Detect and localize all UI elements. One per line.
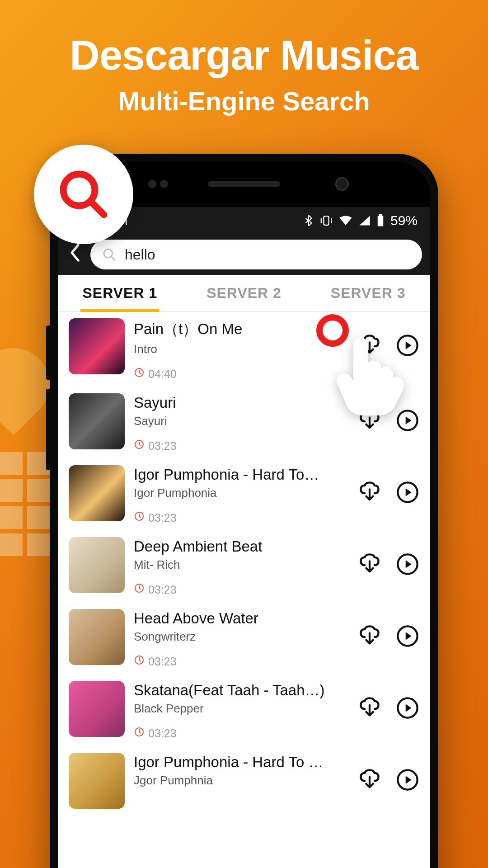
- promo-search-badge: [34, 145, 133, 244]
- song-thumbnail: [69, 465, 125, 521]
- song-artist: Jgor Pumphnia: [134, 774, 349, 788]
- vibrate-icon: [320, 215, 333, 226]
- tab-server-2[interactable]: SERVER 2: [182, 275, 306, 311]
- play-circle-icon: [396, 624, 419, 650]
- song-artist: Igor Pumphonia: [134, 486, 349, 500]
- download-button[interactable]: [358, 697, 381, 721]
- server-tabs: SERVER 1SERVER 2SERVER 3: [58, 275, 430, 312]
- volume-button: [46, 326, 50, 380]
- search-bar: hello: [58, 234, 430, 275]
- song-title: Sayuri: [134, 394, 349, 411]
- song-thumbnail: [69, 681, 125, 737]
- song-meta: Deep Ambient BeatMit- Rich03:23: [134, 537, 349, 596]
- cloud-download-icon: [358, 552, 381, 578]
- cloud-download-icon: [358, 768, 381, 793]
- song-thumbnail: [69, 318, 125, 374]
- power-button: [46, 389, 50, 470]
- song-duration: 03:23: [134, 655, 349, 668]
- song-thumbnail: [69, 753, 125, 809]
- app-screen: Project Fi 59%: [58, 207, 430, 868]
- phone-camera: [335, 177, 349, 191]
- clock-icon: [134, 439, 145, 453]
- svg-line-8: [112, 257, 115, 260]
- search-icon: [56, 167, 111, 222]
- download-button[interactable]: [358, 481, 381, 505]
- song-meta: Igor Pumphonia - Hard To …Jgor Pumphnia: [134, 753, 349, 788]
- play-button[interactable]: [396, 697, 419, 721]
- battery-percentage: 59%: [390, 213, 418, 228]
- song-artist: Mit- Rich: [134, 558, 349, 572]
- song-thumbnail: [69, 537, 125, 593]
- song-row[interactable]: Igor Pumphonia - Hard To…Igor Pumphonia0…: [58, 459, 430, 531]
- download-button[interactable]: [358, 625, 381, 649]
- play-circle-icon: [396, 481, 419, 506]
- chevron-left-icon: [69, 244, 81, 262]
- bluetooth-icon: [304, 215, 314, 226]
- song-title: Igor Pumphonia - Hard To …: [134, 754, 349, 771]
- download-button[interactable]: [358, 769, 381, 793]
- song-thumbnail: [69, 609, 125, 665]
- song-title: Deep Ambient Beat: [134, 538, 349, 555]
- search-icon: [102, 247, 117, 262]
- clock-icon: [134, 726, 145, 740]
- search-input[interactable]: hello: [90, 240, 422, 269]
- song-duration: 03:23: [134, 439, 349, 453]
- promo-title: Descargar Musica: [0, 32, 488, 79]
- play-button[interactable]: [396, 481, 419, 505]
- song-artist: Sayuri: [134, 414, 349, 428]
- song-meta: Head Above WaterSongwriterz03:23: [134, 609, 349, 668]
- song-duration: 03:23: [134, 583, 349, 596]
- cloud-download-icon: [358, 696, 381, 722]
- song-title: Head Above Water: [134, 610, 349, 627]
- song-duration: 03:23: [134, 511, 349, 524]
- tap-indicator: [316, 314, 349, 347]
- song-duration: 03:23: [134, 726, 349, 740]
- svg-rect-2: [324, 216, 328, 225]
- cloud-download-icon: [358, 481, 381, 506]
- pointer-hand-icon: [324, 329, 415, 419]
- search-value: hello: [125, 246, 155, 263]
- sensor-icon: [148, 180, 171, 188]
- cloud-download-icon: [358, 624, 381, 650]
- download-button[interactable]: [358, 553, 381, 577]
- back-button[interactable]: [66, 242, 84, 267]
- song-meta: SayuriSayuri03:23: [134, 393, 349, 453]
- clock-icon: [134, 511, 145, 524]
- play-circle-icon: [396, 768, 419, 793]
- clock-icon: [134, 583, 145, 596]
- play-circle-icon: [396, 696, 419, 722]
- play-circle-icon: [396, 552, 419, 578]
- song-artist: Songwriterz: [134, 630, 349, 644]
- song-meta: Skatana(Feat Taah - Taah…)Black Pepper03…: [134, 681, 349, 740]
- tab-server-3[interactable]: SERVER 3: [306, 275, 430, 311]
- song-thumbnail: [69, 393, 125, 449]
- signal-icon: [359, 215, 371, 226]
- svg-rect-6: [379, 214, 382, 216]
- song-row[interactable]: Head Above WaterSongwriterz03:23: [58, 603, 430, 675]
- svg-line-1: [92, 203, 104, 215]
- tab-server-1[interactable]: SERVER 1: [58, 275, 182, 311]
- play-button[interactable]: [396, 553, 419, 577]
- wifi-icon: [339, 215, 352, 226]
- song-meta: Igor Pumphonia - Hard To…Igor Pumphonia0…: [134, 465, 349, 524]
- promo-subtitle: Multi-Engine Search: [0, 86, 488, 116]
- clock-icon: [134, 367, 145, 381]
- battery-icon: [377, 214, 384, 227]
- song-row[interactable]: Deep Ambient BeatMit- Rich03:23: [58, 531, 430, 603]
- song-artist: Black Pepper: [134, 702, 349, 716]
- phone-speaker: [208, 181, 280, 187]
- play-button[interactable]: [396, 625, 419, 649]
- clock-icon: [134, 655, 145, 668]
- song-row[interactable]: Igor Pumphonia - Hard To …Jgor Pumphnia: [58, 746, 430, 815]
- play-button[interactable]: [396, 769, 419, 793]
- song-row[interactable]: Skatana(Feat Taah - Taah…)Black Pepper03…: [58, 675, 430, 746]
- song-title: Igor Pumphonia - Hard To…: [134, 466, 349, 483]
- phone-mockup: Project Fi 59%: [50, 154, 438, 868]
- song-duration: 04:40: [134, 367, 349, 381]
- svg-rect-5: [378, 216, 383, 226]
- song-title: Skatana(Feat Taah - Taah…): [134, 682, 349, 699]
